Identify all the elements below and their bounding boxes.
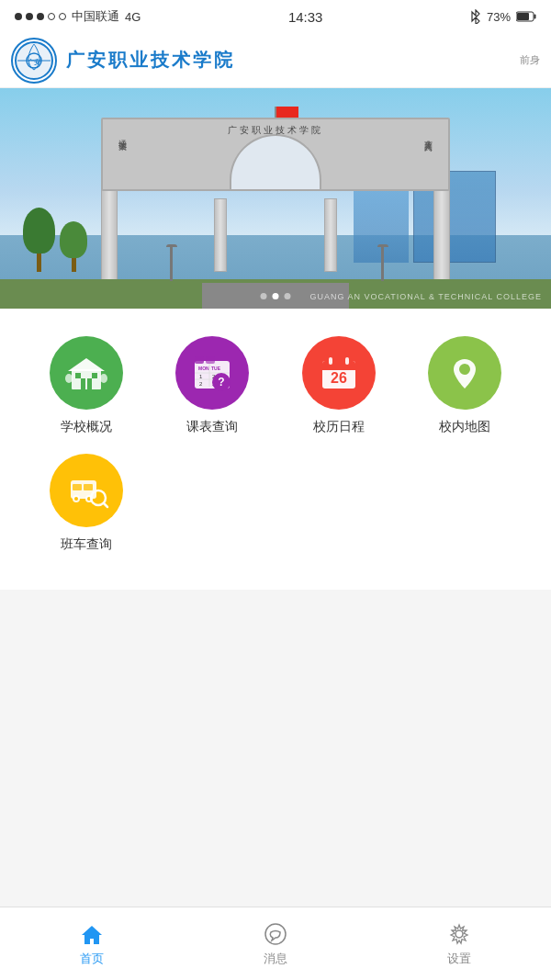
- svg-point-35: [459, 364, 470, 375]
- tab-settings[interactable]: 设置: [367, 921, 551, 967]
- svg-rect-28: [206, 356, 215, 364]
- svg-text:MON: MON: [198, 366, 209, 371]
- campus-map-label: 校内地图: [439, 419, 490, 435]
- svg-rect-2: [534, 15, 535, 19]
- svg-rect-10: [87, 378, 92, 389]
- campus-map-icon-bg: [428, 336, 501, 410]
- school-overview-icon-bg: [50, 336, 123, 410]
- school-logo: 广安: [11, 38, 57, 84]
- empty-cell-3: [407, 454, 524, 553]
- bus-query-icon-bg: [50, 454, 123, 527]
- schedule-query-icon-bg: MON TUE 1 2 2 3 ?: [175, 336, 249, 410]
- bluetooth-icon: [470, 9, 481, 24]
- gate-pillars: [101, 189, 450, 281]
- svg-rect-27: [195, 356, 204, 364]
- tree-left-1: [23, 208, 55, 272]
- lamp-left: [170, 244, 173, 281]
- status-right: 73%: [470, 9, 536, 24]
- status-bar: 中国联通 4G 14:33 73%: [0, 0, 551, 33]
- battery-label: 73%: [487, 10, 511, 24]
- time-display: 14:33: [288, 9, 323, 25]
- banner-dot-1: [261, 293, 267, 299]
- svg-text:广安: 广安: [27, 58, 40, 65]
- bus-query-label: 班车查询: [61, 536, 112, 553]
- tab-messages-label: 消息: [264, 951, 287, 967]
- signal-dots: [15, 13, 66, 20]
- tab-bar: 首页 消息 设置: [0, 907, 551, 980]
- svg-marker-8: [68, 358, 105, 371]
- calendar-icon: 26: [316, 350, 362, 396]
- schedule-query-label: 课表查询: [186, 419, 238, 435]
- svg-text:26: 26: [331, 370, 347, 386]
- tab-home[interactable]: 首页: [0, 921, 184, 967]
- campus-banner: 广安职业技术学院 通德达天下 育才为人民 GUANG AN VOCATIONAL…: [0, 88, 551, 309]
- empty-cell-2: [280, 454, 398, 553]
- lamp-right: [381, 244, 384, 281]
- svg-rect-9: [81, 378, 85, 389]
- empty-cell-1: [154, 454, 272, 553]
- menu-grid-row2: 班车查询: [28, 454, 523, 553]
- svg-rect-11: [75, 373, 81, 378]
- menu-item-school-calendar[interactable]: 26 校历日程: [280, 336, 398, 435]
- svg-rect-7: [72, 369, 101, 389]
- campus-gate: 广安职业技术学院 通德达天下 育才为人民: [101, 118, 450, 281]
- home-icon: [79, 921, 105, 947]
- schedule-icon: MON TUE 1 2 2 3 ?: [189, 350, 235, 396]
- menu-item-bus-query[interactable]: 班车查询: [28, 454, 145, 553]
- menu-grid-row1: 学校概况 MON TUE 1 2 2 3: [28, 336, 523, 435]
- banner-dots: [261, 293, 291, 299]
- svg-text:?: ?: [219, 376, 225, 389]
- school-overview-label: 学校概况: [61, 419, 112, 435]
- main-content: 学校概况 MON TUE 1 2 2 3: [0, 309, 551, 590]
- signal-dot-2: [26, 13, 33, 20]
- network-label: 4G: [125, 10, 141, 24]
- settings-icon: [446, 921, 472, 947]
- school-logo-svg: 广安: [14, 40, 54, 81]
- school-calendar-icon-bg: 26: [302, 336, 376, 410]
- banner-dot-2: [273, 293, 279, 299]
- signal-dot-3: [37, 13, 44, 20]
- gate-text-main: 广安职业技术学院: [103, 124, 448, 137]
- svg-point-46: [265, 924, 286, 944]
- menu-item-schedule-query[interactable]: MON TUE 1 2 2 3 ?: [154, 336, 272, 435]
- svg-text:TUE: TUE: [211, 366, 221, 371]
- school-calendar-label: 校历日程: [313, 419, 365, 435]
- svg-point-14: [100, 374, 107, 383]
- svg-rect-12: [92, 373, 97, 378]
- menu-item-campus-map[interactable]: 校内地图: [407, 336, 524, 435]
- svg-point-40: [74, 497, 78, 501]
- banner-dot-3: [285, 293, 291, 299]
- tab-home-label: 首页: [80, 951, 104, 967]
- banner-watermark: GUANG AN VOCATIONAL & TECHNICAL COLLEGE: [309, 292, 542, 301]
- svg-rect-38: [84, 484, 93, 490]
- status-left: 中国联通 4G: [15, 8, 141, 25]
- svg-point-13: [65, 374, 73, 383]
- tab-settings-label: 设置: [447, 951, 471, 967]
- signal-dot-4: [48, 13, 55, 20]
- message-icon: [263, 921, 288, 947]
- gate-text-right: 育才为人民: [422, 133, 434, 138]
- svg-point-47: [455, 930, 463, 938]
- header-sub-text: 前身: [520, 53, 540, 67]
- svg-rect-33: [345, 357, 349, 365]
- map-pin-icon: [442, 350, 488, 396]
- signal-dot-5: [59, 13, 66, 20]
- header-bar: 广安 广安职业技术学院 前身: [0, 33, 551, 88]
- tab-messages[interactable]: 消息: [184, 921, 367, 967]
- svg-rect-1: [517, 13, 529, 20]
- signal-dot-1: [15, 13, 22, 20]
- carrier-label: 中国联通: [72, 8, 119, 25]
- svg-rect-32: [329, 357, 332, 365]
- building-icon: [64, 351, 108, 395]
- svg-rect-37: [73, 484, 82, 490]
- svg-line-44: [104, 503, 107, 507]
- battery-icon: [516, 11, 536, 22]
- school-name-text: 广安职业技术学院: [66, 48, 511, 73]
- tree-left-2: [60, 221, 87, 272]
- gate-text-left: 通德达天下: [117, 133, 129, 138]
- svg-marker-45: [82, 926, 102, 944]
- menu-item-school-overview[interactable]: 学校概况: [28, 336, 145, 435]
- bus-search-icon: [63, 467, 109, 513]
